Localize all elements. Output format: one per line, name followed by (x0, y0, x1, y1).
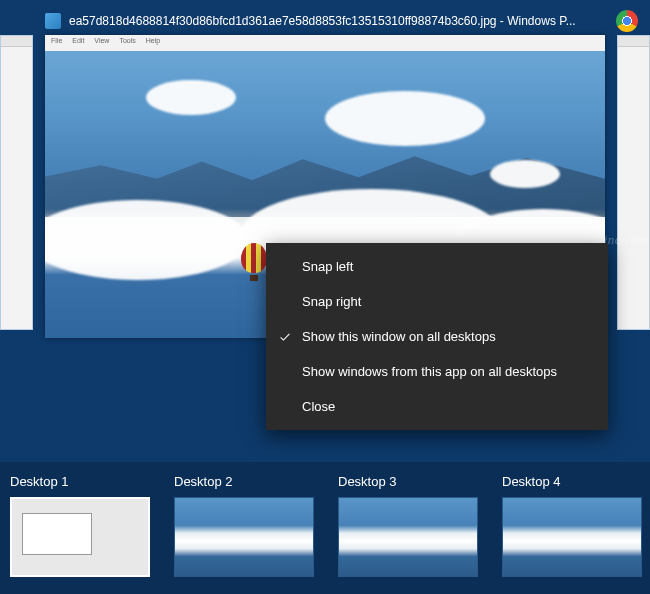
desktop-label: Desktop 3 (338, 474, 478, 489)
cloud-shape (146, 80, 236, 115)
menu-show-window-all-desktops[interactable]: Show this window on all desktops (266, 319, 608, 354)
window-title: ea57d818d4688814f30d86bfcd1d361ae7e58d88… (69, 14, 576, 28)
menu-snap-left[interactable]: Snap left (266, 249, 608, 284)
menu-show-app-all-desktops[interactable]: Show windows from this app on all deskto… (266, 354, 608, 389)
menu-item-label: Show this window on all desktops (302, 329, 496, 344)
app-icon (45, 13, 61, 29)
menu-item-label: Close (302, 399, 335, 414)
menu-item-label: Show windows from this app on all deskto… (302, 364, 557, 379)
desktop-thumbnail (10, 497, 150, 577)
menu-snap-right[interactable]: Snap right (266, 284, 608, 319)
cloud-shape (325, 91, 485, 146)
menu-view[interactable]: View (94, 37, 109, 49)
desktop-4[interactable]: Desktop 4 (502, 474, 642, 584)
desktop-thumbnail (174, 497, 314, 577)
side-window-right[interactable] (617, 35, 650, 330)
hot-air-balloon (241, 243, 267, 281)
desktop-3[interactable]: Desktop 3 (338, 474, 478, 584)
desktop-label: Desktop 1 (10, 474, 150, 489)
virtual-desktops-strip: Desktop 1 Desktop 2 Desktop 3 Desktop 4 (0, 462, 650, 594)
chrome-icon[interactable] (616, 10, 638, 32)
menu-file[interactable]: File (51, 37, 62, 49)
app-menubar: File Edit View Tools Help (45, 35, 605, 51)
desktop-label: Desktop 4 (502, 474, 642, 489)
menu-edit[interactable]: Edit (72, 37, 84, 49)
menu-close[interactable]: Close (266, 389, 608, 424)
cloud-shape (45, 200, 248, 280)
desktop-label: Desktop 2 (174, 474, 314, 489)
menu-help[interactable]: Help (146, 37, 160, 49)
check-icon (278, 330, 292, 344)
side-window-left[interactable] (0, 35, 33, 330)
task-view-main: ea57d818d4688814f30d86bfcd1d361ae7e58d88… (0, 0, 650, 462)
cloud-shape (490, 160, 560, 188)
context-menu: Snap left Snap right Show this window on… (266, 243, 608, 430)
menu-item-label: Snap left (302, 259, 353, 274)
desktop-thumbnail (502, 497, 642, 577)
menu-item-label: Snap right (302, 294, 361, 309)
desktop-thumbnail (338, 497, 478, 577)
desktop-2[interactable]: Desktop 2 (174, 474, 314, 584)
menu-tools[interactable]: Tools (119, 37, 135, 49)
window-title-bar: ea57d818d4688814f30d86bfcd1d361ae7e58d88… (45, 10, 605, 32)
desktop-1[interactable]: Desktop 1 (10, 474, 150, 584)
